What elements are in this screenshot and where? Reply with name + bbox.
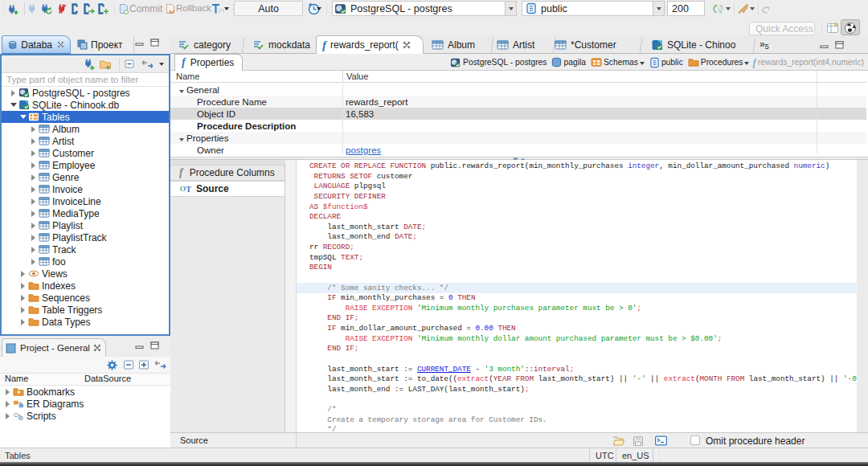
- svg-text:T: T: [186, 184, 191, 194]
